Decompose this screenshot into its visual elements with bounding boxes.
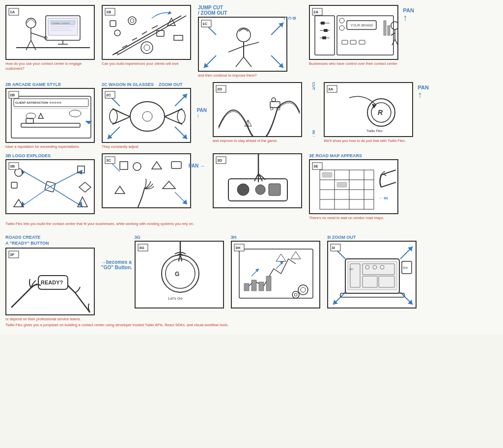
svg-text:3F: 3F (10, 252, 14, 257)
cell-3G: 3G G Let's Go (135, 235, 228, 321)
caption-2A: Businesses who have control over their c… (309, 61, 397, 66)
svg-text:1B: 1B (106, 10, 111, 14)
svg-point-160 (255, 185, 265, 195)
caption-3F: or depend on their professional service … (5, 317, 81, 322)
svg-rect-19 (103, 6, 191, 60)
svg-rect-63 (322, 36, 326, 39)
svg-rect-199 (252, 280, 256, 291)
svg-text:YOUR BRAND: YOUR BRAND (350, 24, 373, 27)
cell-3C: 3C PAN → (102, 153, 210, 221)
svg-text:1C: 1C (202, 22, 207, 26)
svg-text:3I: 3I (332, 246, 335, 250)
svg-text:2D: 2D (217, 87, 222, 91)
svg-text:2B: 2B (10, 93, 15, 97)
svg-rect-201 (266, 276, 271, 291)
svg-text:API: API (349, 268, 353, 271)
svg-text:3G: 3G (139, 246, 144, 250)
svg-text:3C: 3C (106, 158, 111, 163)
svg-rect-70 (388, 26, 390, 35)
svg-rect-200 (259, 282, 264, 291)
caption-2D: and improve to stay ahead of the game. (213, 139, 278, 143)
svg-rect-61 (324, 29, 328, 32)
svg-rect-144 (103, 154, 191, 208)
cell-3E: 3E ROAD MAP APPEARS (309, 153, 417, 221)
caption-1C: and then continue to improve them? (198, 73, 257, 78)
svg-text:SDK: SDK (403, 266, 408, 269)
cell-1B: 1B (102, 5, 195, 66)
caption-2B: have a reputation for exceeding expectat… (5, 144, 80, 149)
svg-text:CONTACT CENTER: CONTACT CENTER (52, 22, 70, 25)
cell-1A: CONTACT CENTER (5, 5, 99, 71)
svg-rect-175 (322, 172, 332, 177)
svg-rect-220 (348, 261, 397, 290)
svg-rect-69 (384, 21, 386, 35)
svg-text:G: G (175, 271, 179, 278)
cell-2A: YOUR BRAND (309, 5, 417, 66)
svg-rect-59 (321, 22, 325, 25)
cell-3H: 3H (231, 235, 324, 321)
cell-3B: 3B LOGO EXPLODES (5, 153, 99, 221)
svg-text:Let's Go: Let's Go (168, 296, 183, 301)
caption-1A: How do you use your contact center to en… (5, 61, 99, 71)
cell-3D: 3D (213, 153, 306, 221)
svg-rect-94 (103, 89, 191, 143)
svg-rect-164 (310, 160, 398, 214)
svg-rect-161 (269, 184, 280, 196)
svg-text:R: R (378, 109, 383, 116)
cell-3I: 3I ZOOM OUT (327, 235, 420, 321)
cell-2C: 2C WAGON IN GLASSES ZOOM OUT (102, 82, 210, 149)
svg-text:2C: 2C (106, 93, 111, 97)
storyboard: CONTACT CENTER (0, 0, 503, 334)
svg-text:1A: 1A (10, 10, 15, 14)
row-3-caption: Twilio Flex lets you build the contact c… (4, 222, 194, 226)
svg-text:3D: 3D (217, 158, 222, 163)
row-2: 2B ARCADE GAME STYLE CLIENT SATISFACTION… (4, 82, 499, 149)
svg-text:3H: 3H (235, 246, 240, 250)
svg-rect-198 (244, 283, 249, 291)
svg-text:3B: 3B (10, 164, 15, 168)
cell-3F: ROADS CREATEA "READY" BUTTON READY? (5, 235, 99, 321)
svg-rect-81 (6, 89, 95, 143)
caption-1B: Can you build experiences your clients w… (102, 61, 179, 66)
svg-rect-109 (214, 83, 302, 137)
row-4-caption: Twilio Flex gives you a jumpstart on bui… (4, 323, 228, 327)
row-4: ROADS CREATEA "READY" BUTTON READY? (4, 235, 499, 327)
svg-text:3E: 3E (313, 164, 318, 168)
caption-2C: They constantly adjust (102, 144, 139, 149)
row-1: CONTACT CENTER (4, 5, 499, 78)
svg-rect-176 (337, 182, 347, 187)
cell-2D: 2D CUT IN ↑ and improve to stay ahead of… (213, 82, 321, 143)
row-3: 3B LOGO EXPLODES (4, 153, 499, 226)
cell-3A: R Twilio Flex 3A PAN ↑ W (324, 82, 432, 143)
svg-point-159 (237, 184, 249, 196)
svg-text:READY?: READY? (41, 280, 63, 285)
caption-3E: There's no need to wait on vendor road m… (309, 216, 384, 221)
cell-1C: JUMP CUT/ ZOOM OUT (198, 5, 306, 78)
caption-3A: We'll show you how to do just that with … (324, 139, 406, 143)
svg-text:CLIENT SATISFACTION ☆☆☆☆☆: CLIENT SATISFACTION ☆☆☆☆☆ (15, 101, 62, 104)
svg-text:3A: 3A (328, 87, 333, 91)
cell-2B: 2B ARCADE GAME STYLE CLIENT SATISFACTION… (5, 82, 99, 149)
svg-text:2A: 2A (313, 10, 318, 14)
svg-text:Twilio Flex: Twilio Flex (366, 129, 383, 133)
svg-text:← IN: ← IN (379, 196, 388, 200)
